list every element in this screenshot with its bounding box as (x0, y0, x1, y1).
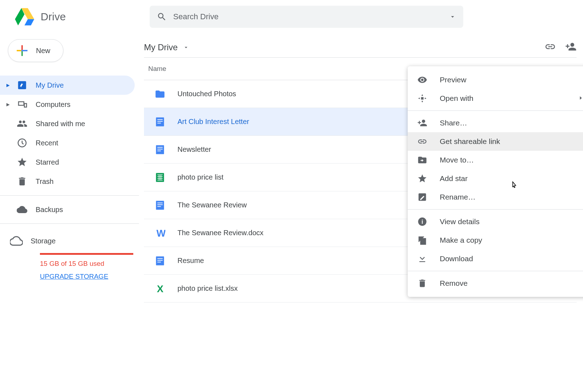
menu-make-a-copy[interactable]: Make a copy (408, 231, 583, 249)
svg-text:W: W (156, 228, 165, 238)
nav-trash[interactable]: Trash (0, 172, 139, 191)
search-icon (157, 12, 167, 22)
plus-icon (16, 45, 28, 57)
link-button[interactable] (545, 41, 556, 54)
caret-down-icon[interactable] (449, 13, 456, 20)
backups-icon (16, 203, 29, 216)
nav-backups-label: Backups (36, 206, 63, 214)
svg-rect-24 (158, 260, 163, 261)
file-word-icon: W (155, 228, 165, 238)
app-name: Drive (41, 11, 66, 23)
nav-item-label: Starred (36, 158, 59, 166)
menu-divider (408, 209, 583, 210)
file-doc-icon (155, 200, 165, 211)
storage-section: Storage 15 GB of 15 GB used UPGRADE STOR… (0, 228, 139, 280)
star-icon (16, 156, 29, 169)
cursor-pointer-icon (510, 180, 519, 191)
file-name: Resume (177, 257, 204, 265)
svg-rect-20 (158, 206, 161, 207)
file-name: Newsletter (177, 145, 211, 154)
search-bar[interactable]: Search Drive (150, 6, 463, 28)
file-name: photo price list (177, 173, 223, 181)
shared-icon (16, 117, 29, 130)
file-excel-icon: X (155, 283, 165, 294)
storage-label: Storage (31, 237, 56, 245)
menu-open-with[interactable]: Open with (408, 89, 583, 108)
menu-download[interactable]: Download (408, 249, 583, 268)
divider (0, 195, 139, 196)
file-doc-icon (155, 144, 165, 155)
svg-rect-1 (21, 51, 23, 56)
download-icon (417, 253, 428, 264)
breadcrumb-button[interactable]: My Drive (144, 42, 189, 52)
new-button[interactable]: New (8, 39, 63, 62)
svg-rect-8 (156, 117, 164, 126)
menu-label: Make a copy (440, 236, 482, 244)
menu-label: View details (440, 217, 480, 226)
nav-starred[interactable]: Starred (0, 153, 139, 172)
breadcrumb-title: My Drive (144, 42, 178, 52)
menu-remove[interactable]: Remove (408, 274, 583, 293)
svg-rect-13 (158, 147, 163, 148)
logo-section: Drive (0, 8, 150, 26)
drive-logo-icon (15, 8, 34, 26)
menu-label: Move to… (440, 156, 474, 164)
menu-add-star[interactable]: Add star (408, 169, 583, 188)
storage-bar (40, 253, 133, 255)
nav-item-label: Shared with me (36, 120, 85, 128)
svg-rect-6 (24, 104, 26, 107)
menu-label: Remove (440, 279, 468, 288)
content: My Drive Name Untouched PhotosArt Club I… (139, 33, 583, 392)
svg-rect-25 (158, 262, 161, 262)
svg-rect-11 (158, 123, 161, 123)
menu-rename-[interactable]: Rename… (408, 188, 583, 206)
nav-backups[interactable]: Backups (0, 200, 139, 219)
move-icon (417, 155, 428, 165)
menu-label: Preview (440, 76, 466, 84)
open-with-icon (417, 93, 428, 104)
caret-right-icon: ▶ (6, 83, 13, 88)
menu-view-details[interactable]: iView details (408, 212, 583, 231)
svg-rect-16 (156, 173, 164, 182)
menu-share-[interactable]: Share… (408, 114, 583, 132)
file-name: The Sewanee Review (177, 201, 247, 209)
add-person-button[interactable] (565, 41, 577, 54)
link-icon (417, 136, 428, 147)
svg-rect-18 (158, 202, 163, 203)
nav-my-drive[interactable]: ▶My Drive (0, 76, 135, 95)
breadcrumb: My Drive (144, 37, 577, 58)
context-menu: PreviewOpen withShare…Get shareable link… (408, 66, 583, 297)
nav-recent[interactable]: Recent (0, 133, 139, 153)
recent-icon (16, 136, 29, 149)
person-add-icon (417, 118, 428, 128)
nav-shared-with-me[interactable]: Shared with me (0, 114, 139, 133)
menu-get-shareable-link[interactable]: Get shareable link (408, 132, 583, 151)
nav-item-label: Computers (36, 100, 71, 109)
preview-icon (417, 74, 428, 85)
menu-move-to-[interactable]: Move to… (408, 151, 583, 169)
menu-label: Share… (440, 119, 467, 127)
svg-rect-2 (17, 50, 21, 51)
menu-label: Get shareable link (440, 137, 500, 146)
upgrade-link[interactable]: UPGRADE STORAGE (40, 273, 131, 280)
nav-item-label: Recent (36, 139, 58, 147)
caret-right-icon: ▶ (6, 102, 13, 107)
rename-icon (417, 192, 428, 202)
svg-rect-3 (23, 50, 27, 51)
svg-rect-17 (156, 201, 164, 210)
svg-rect-12 (156, 145, 164, 154)
new-label: New (36, 47, 50, 55)
divider (0, 223, 139, 224)
file-folder-icon (155, 89, 165, 99)
menu-label: Add star (440, 174, 468, 183)
nav-computers[interactable]: ▶Computers (0, 95, 139, 114)
nav-item-label: My Drive (36, 81, 64, 89)
svg-rect-9 (158, 119, 163, 120)
search-input[interactable]: Search Drive (173, 12, 449, 21)
nav: ▶My Drive▶ComputersShared with meRecentS… (0, 76, 139, 191)
file-name: Untouched Photos (177, 90, 236, 98)
computers-icon (16, 98, 29, 111)
file-doc-icon (155, 117, 165, 127)
file-name: The Sewanee Review.docx (177, 229, 263, 237)
menu-preview[interactable]: Preview (408, 71, 583, 89)
